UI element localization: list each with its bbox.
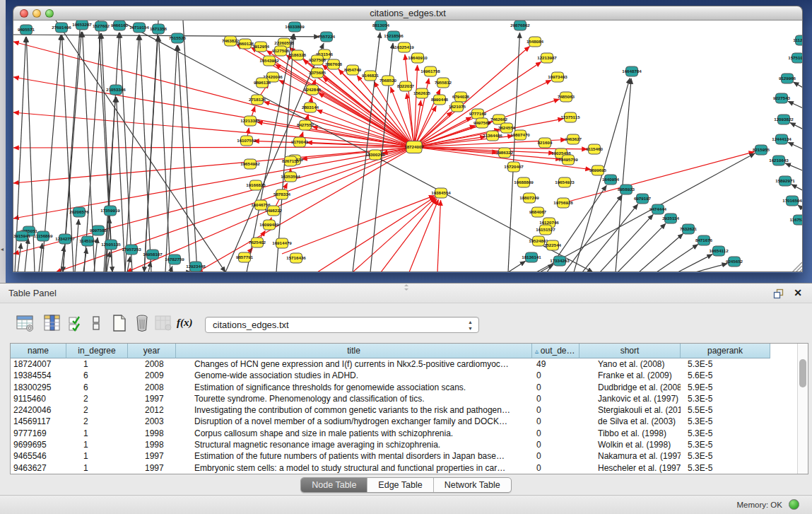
graph-node[interactable]: 10688809: [514, 177, 534, 187]
table-row[interactable]: 1830029562008Estimation of significance …: [11, 382, 797, 393]
graph-node[interactable]: 10719154: [129, 23, 149, 33]
graph-node[interactable]: 1562615: [413, 88, 431, 98]
graph-node[interactable]: 12923448: [186, 262, 206, 271]
graph-node[interactable]: 15218506: [384, 31, 404, 41]
graph-node[interactable]: 19756928: [553, 198, 573, 208]
column-header-year[interactable]: year: [128, 344, 176, 358]
table-vertical-scrollbar[interactable]: [797, 344, 808, 474]
graph-node[interactable]: 16648784: [622, 66, 642, 76]
graph-node[interactable]: 9146821: [362, 71, 379, 81]
graph-node[interactable]: 9405571: [18, 25, 35, 35]
graph-node[interactable]: 1112184: [793, 35, 802, 45]
graph-node[interactable]: 8471676: [695, 235, 713, 245]
graph-node[interactable]: 16099489: [259, 220, 279, 230]
graph-node[interactable]: 12375115: [560, 112, 580, 122]
graph-node[interactable]: 9497568: [473, 118, 491, 128]
graph-node[interactable]: 16107552: [237, 136, 257, 146]
graph-node[interactable]: 3624554: [498, 123, 516, 133]
graph-node[interactable]: 18724007: [404, 141, 424, 153]
table-row[interactable]: 946362711997Embryonic stem cells: a mode…: [11, 462, 797, 474]
graph-node[interactable]: 1527602: [93, 21, 110, 31]
graph-node[interactable]: 9227543: [773, 93, 791, 103]
graph-node[interactable]: 7557224: [318, 32, 336, 42]
graph-node[interactable]: 2935114: [662, 214, 679, 223]
graph-node[interactable]: 3912954: [252, 42, 270, 52]
graph-node[interactable]: 1548084: [526, 37, 544, 47]
scrollbar-thumb[interactable]: [799, 359, 806, 387]
graph-node[interactable]: 12505135: [101, 240, 121, 250]
graph-node[interactable]: 9474444: [649, 204, 667, 214]
graph-node[interactable]: 9115460: [586, 144, 603, 154]
column-header-in_degree[interactable]: in_degree: [66, 344, 128, 358]
table-row[interactable]: 977716911998Corpus callosum shape and si…: [11, 428, 797, 439]
table-selector-dropdown[interactable]: citations_edges.txt ▲▼: [205, 317, 479, 333]
table-row[interactable]: 1872400712008Changes of HCN gene express…: [11, 358, 797, 370]
graph-node[interactable]: 17957253: [122, 245, 141, 255]
window-titlebar[interactable]: citations_edges.txt: [13, 6, 803, 21]
panel-collapse-arrow[interactable]: ◂: [1, 246, 4, 252]
graph-node[interactable]: 6979197: [634, 194, 652, 204]
graph-node[interactable]: 20206576: [69, 207, 89, 217]
column-header-short[interactable]: short: [579, 344, 681, 358]
graph-node[interactable]: 7955812: [435, 78, 452, 88]
graph-node[interactable]: 16033809: [285, 22, 305, 32]
graph-node[interactable]: 15716436: [286, 253, 306, 263]
graph-node[interactable]: 10807470: [510, 130, 530, 140]
graph-node[interactable]: 9245652: [726, 257, 743, 267]
tab-network-table[interactable]: Network Table: [434, 478, 511, 492]
graph-node[interactable]: 1145194: [79, 236, 96, 246]
graph-node[interactable]: 9463627: [565, 134, 582, 144]
graph-node[interactable]: 5498222: [265, 206, 283, 216]
graph-node[interactable]: 8958923: [618, 185, 635, 194]
graph-node[interactable]: 6794028: [452, 92, 470, 102]
graph-node[interactable]: 19654923: [555, 177, 575, 187]
graph-node[interactable]: 27691406: [52, 23, 71, 33]
graph-node[interactable]: 1671358: [150, 24, 167, 34]
graph-node[interactable]: 7568520: [379, 76, 397, 86]
graph-node[interactable]: 19384554: [431, 188, 451, 198]
graph-node[interactable]: 19654982: [240, 159, 260, 169]
graph-node[interactable]: 7625402: [249, 238, 266, 247]
graph-node[interactable]: 2986322: [496, 148, 514, 158]
graph-node[interactable]: 2867608: [325, 59, 343, 69]
table-row[interactable]: 969969511998Structural magnetic resonanc…: [11, 439, 797, 450]
graph-node[interactable]: 17016504: [782, 196, 802, 206]
table-row[interactable]: 2242004622012Investigating the contribut…: [11, 404, 797, 416]
graph-node[interactable]: 9097588: [90, 226, 107, 235]
graph-node[interactable]: 11675334: [789, 215, 802, 225]
graph-node[interactable]: 8990448: [431, 95, 449, 105]
column-visibility-icon[interactable]: [43, 314, 61, 332]
graph-node[interactable]: 16914479: [272, 238, 292, 248]
graph-node[interactable]: 8454749: [344, 65, 362, 75]
graph-node[interactable]: 20876862: [510, 21, 530, 30]
column-header-name[interactable]: name: [11, 344, 66, 358]
table-row[interactable]: 1938455462009Genome-wide association stu…: [11, 370, 797, 381]
table-row[interactable]: 1456911722003Disruption of a novel membe…: [11, 416, 797, 427]
graph-node[interactable]: 2718126: [249, 95, 266, 105]
graph-node[interactable]: 7485063: [558, 92, 575, 102]
delete-table-icon[interactable]: [133, 314, 151, 332]
graph-node[interactable]: 16961758: [420, 66, 440, 76]
graph-node[interactable]: 10653287: [72, 21, 92, 30]
graph-node[interactable]: 2522544: [544, 240, 562, 250]
new-table-icon[interactable]: [110, 314, 129, 332]
graph-node[interactable]: 9466160: [111, 21, 129, 30]
column-header-pagerank[interactable]: pagerank: [681, 344, 770, 358]
graph-node[interactable]: 15751074: [788, 53, 802, 63]
column-header-out_de[interactable]: ▵ out_de…: [532, 344, 579, 358]
graph-node[interactable]: 8215955: [753, 145, 770, 155]
graph-node[interactable]: 2803144: [302, 103, 319, 112]
graph-node[interactable]: 16782759: [165, 255, 184, 264]
network-canvas[interactable]: 9405571276914061065328715276029466160107…: [13, 21, 803, 272]
graph-node[interactable]: 8322037: [397, 81, 415, 91]
graph-node[interactable]: 8813054: [372, 21, 390, 30]
graph-node[interactable]: 15720407: [504, 162, 524, 172]
graph-node[interactable]: 1621075: [449, 102, 466, 112]
resize-grip-icon[interactable]: [792, 262, 802, 272]
row-height-icon[interactable]: [87, 314, 105, 332]
graph-node[interactable]: 18640910: [408, 53, 428, 63]
table-row[interactable]: 946554611997Estimation of the future num…: [11, 450, 797, 462]
graph-node[interactable]: 1640954: [602, 175, 620, 185]
function-builder-icon[interactable]: f(x): [177, 317, 195, 335]
graph-node[interactable]: 18807249: [519, 193, 539, 203]
